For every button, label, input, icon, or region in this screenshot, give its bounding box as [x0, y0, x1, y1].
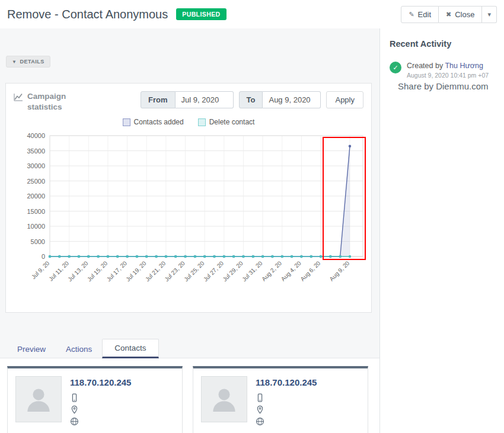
caret-down-icon: ▾: [487, 11, 491, 18]
from-label: From: [141, 91, 176, 108]
svg-text:Jul 17, 20: Jul 17, 20: [106, 259, 129, 283]
svg-text:Aug 6, 20: Aug 6, 20: [299, 259, 321, 282]
svg-text:Jul 21, 20: Jul 21, 20: [144, 259, 167, 283]
edit-icon: ✎: [409, 11, 414, 18]
recent-activity-sidebar: Recent Activity ✓ Created by Thu Hương A…: [380, 28, 504, 433]
statistics-panel-header: Campaign statistics From To Apply: [6, 84, 371, 112]
statistics-title: Campaign statistics: [14, 91, 66, 112]
tab-preview[interactable]: Preview: [7, 341, 56, 358]
tab-actions[interactable]: Actions: [56, 341, 102, 358]
person-icon: [208, 383, 241, 416]
mobile-phone-icon: [256, 393, 264, 402]
check-circle-icon: ✓: [390, 62, 401, 73]
contact-card: 118.70.120.245: [7, 366, 183, 433]
details-toggle-label: DETAILS: [20, 59, 44, 65]
created-by-user-link[interactable]: Thu Hương: [445, 62, 483, 70]
svg-text:Aug 9, 20: Aug 9, 20: [328, 259, 350, 282]
close-icon: ✖: [446, 11, 451, 18]
svg-text:Jul 31, 20: Jul 31, 20: [241, 259, 264, 283]
svg-text:Jul 15, 20: Jul 15, 20: [86, 259, 109, 283]
svg-text:0: 0: [42, 253, 45, 260]
globe-icon: [256, 417, 264, 426]
campaign-statistics-panel: Campaign statistics From To Apply: [5, 83, 372, 313]
campaign-statistics-chart: 0500010000150002000025000300003500040000…: [6, 126, 371, 312]
svg-text:Jul 13, 20: Jul 13, 20: [66, 259, 90, 283]
legend-label: Delete contact: [209, 118, 255, 126]
svg-text:10000: 10000: [27, 223, 45, 230]
activity-entry-text: Created by Thu Hương: [407, 62, 489, 70]
globe-icon: [70, 417, 79, 426]
svg-text:Jul 23, 20: Jul 23, 20: [163, 259, 186, 283]
activity-entry: Created by Thu Hương August 9, 2020 10:4…: [407, 62, 489, 79]
chart-canvas: 0500010000150002000025000300003500040000…: [11, 127, 370, 306]
person-icon: [22, 383, 55, 416]
page-title: Remove - Contact Anonymous: [7, 8, 168, 21]
legend-item-contacts-added: Contacts added: [123, 118, 184, 126]
svg-text:Jul 27, 20: Jul 27, 20: [202, 259, 225, 283]
edit-button-label: Edit: [418, 10, 431, 19]
contact-ip-link[interactable]: 118.70.120.245: [70, 377, 131, 387]
contact-detail-icons: [256, 393, 317, 426]
caret-down-icon: ▼: [12, 59, 17, 65]
contacts-added-legend-marker: [123, 118, 130, 126]
location-pin-icon: [256, 405, 264, 414]
apply-button[interactable]: Apply: [326, 91, 363, 108]
svg-text:Jul 19, 20: Jul 19, 20: [125, 259, 148, 283]
main-area: ▼ DETAILS Campaign statistics: [0, 28, 504, 433]
svg-text:40000: 40000: [27, 132, 45, 139]
svg-text:5000: 5000: [31, 238, 45, 245]
page-header: Remove - Contact Anonymous PUBLISHED ✎ E…: [0, 0, 504, 28]
header-actions: ✎ Edit ✖ Close ▾: [401, 6, 497, 23]
dropdown-toggle-button[interactable]: ▾: [482, 6, 497, 23]
svg-text:35000: 35000: [27, 147, 45, 155]
recent-activity-heading: Recent Activity: [390, 39, 495, 49]
contact-info: 118.70.120.245: [256, 376, 317, 433]
svg-text:Jul 25, 20: Jul 25, 20: [183, 259, 206, 283]
svg-text:30000: 30000: [27, 162, 45, 169]
watermark-text: Share by Diemmu.com: [398, 81, 495, 91]
chart-legend: Contacts added Delete contact: [6, 118, 371, 126]
date-range-controls: From To Apply: [141, 91, 363, 108]
svg-text:20000: 20000: [27, 193, 45, 200]
svg-text:15000: 15000: [27, 208, 45, 215]
to-date-group: To: [239, 91, 321, 108]
statistics-title-line2: statistics: [27, 102, 66, 113]
contact-ip-link[interactable]: 118.70.120.245: [256, 377, 317, 387]
avatar: [15, 376, 62, 422]
edit-button[interactable]: ✎ Edit: [401, 6, 439, 23]
contact-info: 118.70.120.245: [70, 376, 131, 433]
svg-text:Aug 4, 20: Aug 4, 20: [280, 259, 302, 282]
details-toggle-button[interactable]: ▼ DETAILS: [6, 56, 50, 68]
activity-timestamp: August 9, 2020 10:41 pm +07: [407, 72, 489, 79]
svg-text:Aug 2, 20: Aug 2, 20: [260, 259, 283, 282]
activity-timeline-item: ✓ Created by Thu Hương August 9, 2020 10…: [390, 62, 495, 79]
delete-contact-legend-marker: [198, 118, 206, 126]
contacts-tab-panel: 118.70.120.245: [0, 358, 379, 433]
legend-label: Contacts added: [134, 118, 184, 126]
close-button-label: Close: [455, 10, 474, 19]
mobile-phone-icon: [70, 393, 79, 402]
close-button[interactable]: ✖ Close: [439, 6, 482, 23]
avatar: [201, 376, 247, 422]
status-badge: PUBLISHED: [176, 8, 226, 20]
line-chart-icon: [14, 92, 23, 102]
legend-item-delete-contact: Delete contact: [198, 118, 255, 126]
svg-text:25000: 25000: [27, 178, 45, 185]
location-pin-icon: [70, 405, 79, 414]
content-column: ▼ DETAILS Campaign statistics: [0, 28, 380, 433]
created-by-text: Created by: [407, 62, 443, 70]
tab-contacts[interactable]: Contacts: [102, 339, 158, 358]
contact-card: 118.70.120.245: [193, 366, 368, 433]
to-date-input[interactable]: [263, 91, 321, 108]
svg-text:Jul 29, 20: Jul 29, 20: [221, 259, 244, 283]
to-label: To: [239, 91, 263, 108]
contact-detail-icons: [70, 393, 131, 426]
from-date-input[interactable]: [176, 91, 234, 108]
tab-bar: Preview Actions Contacts: [7, 339, 379, 358]
from-date-group: From: [141, 91, 234, 108]
statistics-title-line1: Campaign: [27, 91, 66, 102]
